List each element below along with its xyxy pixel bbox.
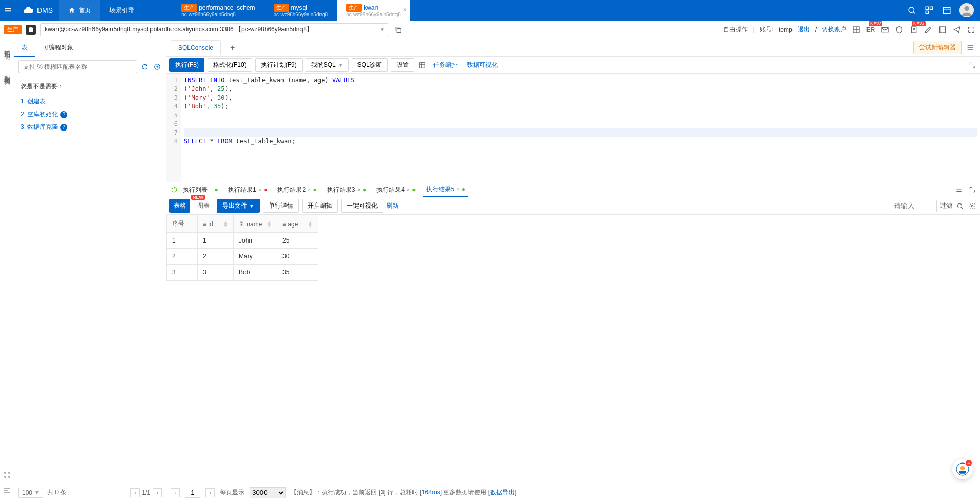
add-tab-button[interactable]: + — [223, 40, 242, 56]
gear-icon[interactable] — [968, 201, 977, 211]
notification-dot: − — [966, 460, 972, 466]
list-icon[interactable] — [954, 185, 964, 194]
filter-input[interactable] — [891, 200, 937, 212]
top-tab[interactable]: 生产performance_schempc-wz98h66y9ain5dnq8 — [172, 0, 264, 21]
chart-mode-tab[interactable]: NEW图表 — [193, 199, 214, 213]
column-header[interactable]: 序号 — [167, 215, 198, 233]
logout-link[interactable]: 退出 — [798, 25, 810, 34]
close-icon[interactable]: × — [357, 187, 360, 193]
row-detail-button[interactable]: 单行详情 — [263, 199, 299, 213]
close-icon[interactable]: × — [403, 6, 407, 13]
extension-icon[interactable] — [925, 6, 934, 15]
fullscreen-icon[interactable] — [967, 25, 976, 34]
menu-button[interactable] — [0, 0, 16, 21]
table-icon[interactable] — [418, 61, 427, 70]
filter-label[interactable]: 过滤 — [940, 201, 952, 210]
export-button[interactable]: 导出文件 ▼ — [217, 199, 260, 213]
export-link[interactable]: 数据导出 — [490, 489, 515, 496]
table-search-input[interactable] — [18, 60, 137, 73]
menu-icon[interactable] — [966, 43, 975, 52]
settings-button[interactable]: 设置 — [391, 58, 414, 72]
execute-button[interactable]: 执行(F8) — [169, 58, 204, 72]
format-button[interactable]: 格式化(F10) — [208, 58, 252, 72]
collapse-icon[interactable] — [3, 486, 12, 495]
top-tab[interactable]: 生产mysqlpc-wz98h66y9ain5dnq8 — [265, 0, 337, 21]
logo[interactable]: DMS — [16, 5, 59, 16]
grid-icon[interactable] — [852, 25, 861, 34]
search-icon[interactable] — [907, 6, 916, 15]
table-row[interactable]: 33Bob35 — [167, 265, 318, 281]
try-new-editor-button[interactable]: 尝试新编辑器 — [913, 41, 962, 54]
apps-icon[interactable] — [3, 470, 12, 479]
close-icon[interactable]: × — [308, 187, 311, 193]
expand-result-icon[interactable] — [968, 185, 977, 194]
plan-button[interactable]: 执行计划(F9) — [255, 58, 303, 72]
exec-list-label[interactable]: 执行列表 — [183, 186, 208, 194]
doc-icon[interactable]: NEW — [909, 25, 918, 34]
close-icon[interactable]: × — [407, 187, 410, 193]
status-next[interactable]: › — [205, 488, 215, 497]
top-tab[interactable]: 首页 — [59, 0, 100, 21]
avatar[interactable] — [959, 3, 974, 17]
sql-editor[interactable]: 12345678 INSERT INTO test_table_kwan (na… — [166, 74, 980, 182]
close-icon[interactable]: × — [456, 186, 459, 192]
page-size-selector[interactable]: 100▼ — [18, 488, 43, 498]
table-row[interactable]: 22Mary30 — [167, 249, 318, 265]
chevron-down-icon: ▼ — [380, 27, 385, 32]
task-link[interactable]: 任务编排 — [430, 61, 461, 69]
table-row[interactable]: 11John25 — [167, 233, 318, 249]
link-create-table[interactable]: 1. 创建表 — [21, 95, 160, 108]
connection-text: kwan@pc-wz98h66y9ain5dnq8.mysql.polardb.… — [45, 25, 313, 34]
history-icon[interactable] — [169, 185, 179, 194]
link-init-db[interactable]: 2. 空库初始化? — [21, 108, 160, 121]
search-result-icon[interactable] — [955, 201, 965, 211]
prev-page[interactable]: ‹ — [130, 488, 140, 497]
refresh-icon[interactable] — [140, 62, 149, 71]
status-page-input[interactable] — [185, 488, 200, 498]
help-icon[interactable]: ? — [60, 124, 67, 131]
er-button[interactable]: ERNEW — [866, 25, 875, 34]
next-page[interactable]: › — [153, 488, 162, 497]
per-page-select[interactable]: 3000 — [250, 487, 286, 498]
grid-mode-tab[interactable]: 表格 — [169, 199, 190, 213]
close-icon[interactable]: × — [258, 187, 261, 193]
help-floating-button[interactable]: − — [952, 459, 973, 479]
copy-icon[interactable] — [393, 25, 403, 34]
result-tab[interactable]: 执行结果1 × ● — [225, 183, 270, 196]
expand-icon[interactable] — [968, 61, 977, 70]
tab-sqlconsole[interactable]: SQLConsole — [171, 40, 221, 55]
top-tab[interactable]: 场景引导 — [100, 0, 172, 21]
link-clone-db[interactable]: 3. 数据库克隆? — [21, 121, 160, 134]
result-tab[interactable]: 执行结果3 × ● — [324, 183, 369, 196]
mail-icon[interactable] — [880, 25, 890, 34]
column-header[interactable]: ≡ age▲▼ — [277, 215, 318, 233]
calendar-icon[interactable] — [942, 6, 951, 15]
help-icon[interactable]: ? — [60, 111, 67, 118]
add-icon[interactable] — [153, 62, 162, 71]
switch-account-link[interactable]: 切换账户 — [822, 25, 846, 34]
sidebar-tab-programmable[interactable]: 可编程对象 — [35, 39, 81, 57]
rail-item-db[interactable]: 数据库实例 — [3, 70, 11, 75]
top-tab[interactable]: 生产kwanpc-wz98h66y9ain5dnq8× — [337, 0, 410, 21]
status-prev[interactable]: ‹ — [171, 488, 180, 497]
result-tab[interactable]: 执行结果5 × ● — [423, 183, 468, 197]
oneclick-viz-button[interactable]: 一键可视化 — [341, 199, 383, 213]
result-tab[interactable]: 执行结果2 × ● — [274, 183, 319, 196]
mysql-button[interactable]: 我的SQL ▼ — [306, 58, 349, 72]
edit-button[interactable]: 开启编辑 — [302, 199, 338, 213]
edit-icon[interactable] — [924, 25, 933, 34]
viz-link[interactable]: 数据可视化 — [464, 61, 501, 69]
connection-selector[interactable]: kwan@pc-wz98h66y9ain5dnq8.mysql.polardb.… — [40, 23, 389, 36]
free-operation: 自由操作 — [723, 25, 748, 34]
code-area[interactable]: INSERT INTO test_table_kwan (name, age) … — [181, 74, 980, 182]
book-icon[interactable] — [938, 25, 947, 34]
diagnose-button[interactable]: SQL诊断 — [352, 58, 388, 72]
send-icon[interactable] — [952, 25, 962, 34]
result-tab[interactable]: 执行结果4 × ● — [373, 183, 419, 196]
refresh-link[interactable]: 刷新 — [386, 201, 399, 210]
rail-item-common[interactable]: 常用功能 — [3, 45, 11, 49]
column-header[interactable]: 🗎 name▲▼ — [234, 215, 277, 233]
sidebar-tab-tables[interactable]: 表 — [14, 39, 35, 57]
column-header[interactable]: ≡ id▲▼ — [198, 215, 234, 233]
shield-icon[interactable] — [895, 25, 904, 34]
